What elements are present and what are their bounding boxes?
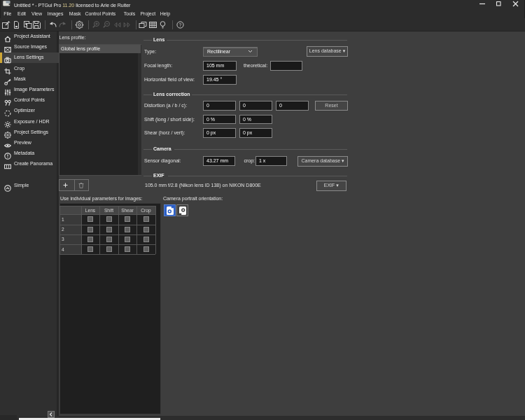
svg-text:?: ? bbox=[178, 22, 181, 27]
